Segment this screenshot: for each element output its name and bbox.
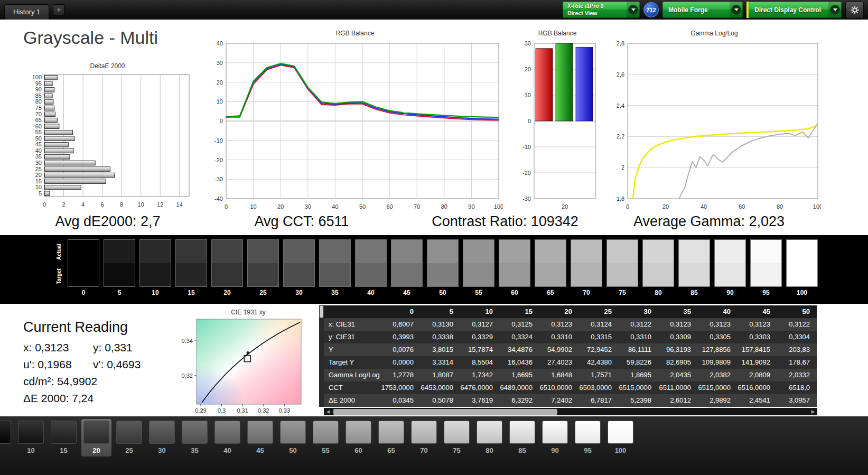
level-swatch	[247, 421, 273, 444]
reading-delta-e: ΔE 2000: 7,24	[23, 392, 94, 405]
swatch-level-label: 100	[786, 289, 818, 296]
pattern-level-button-90[interactable]: 90	[540, 419, 570, 457]
target-patch	[679, 263, 710, 286]
vertical-scroll-thumb[interactable]	[320, 306, 323, 318]
swatch-level-label: 15	[175, 289, 207, 296]
add-tab-button[interactable]: +	[53, 4, 64, 15]
pattern-level-button-65[interactable]: 65	[376, 419, 406, 457]
svg-text:10: 10	[217, 98, 223, 105]
target-patch	[140, 263, 171, 286]
source-dropdown[interactable]: Mobile Forge	[662, 2, 743, 18]
target-patch	[499, 263, 530, 286]
meter-dropdown[interactable]: X-Rite i1Pro 3 Direct View	[563, 2, 640, 18]
svg-text:12: 12	[157, 201, 163, 208]
table-cell: 6516,0000	[738, 381, 777, 394]
pattern-level-button-25[interactable]: 25	[114, 419, 144, 457]
source-dropdown-arrow[interactable]	[730, 2, 743, 18]
table-cell: 6511,0000	[658, 381, 698, 394]
level-swatch	[83, 421, 109, 444]
swatch-level-label: 40	[355, 289, 387, 296]
pattern-level-button-45[interactable]: 45	[245, 419, 275, 457]
level-swatch	[575, 421, 601, 444]
svg-text:1,8: 1,8	[617, 195, 624, 202]
pattern-level-button-55[interactable]: 55	[311, 419, 341, 457]
pattern-level-button-70[interactable]: 70	[409, 419, 439, 457]
pattern-level-button-100[interactable]: 100	[605, 419, 636, 457]
actual-patch	[104, 240, 135, 263]
cie-1931-chart: CIE 1931 xy 0,290,30,310,320,330,340,32	[174, 309, 322, 415]
row-label: y: CIE31	[324, 331, 381, 343]
pattern-level-button-40[interactable]: 40	[212, 419, 242, 457]
display-control-dropdown[interactable]: Direct Display Control	[746, 2, 842, 18]
pattern-level-button-20[interactable]: 20	[81, 419, 111, 457]
column-header: 15	[500, 305, 539, 318]
level-label: 50	[289, 446, 296, 454]
svg-text:45: 45	[35, 141, 42, 147]
svg-text:8: 8	[120, 201, 123, 208]
target-patch	[571, 263, 602, 286]
table-cell: 42,4380	[579, 356, 619, 369]
row-label: x: CIE31	[324, 318, 381, 331]
pattern-level-button-50[interactable]: 50	[278, 419, 308, 457]
table-cell: 15,7874	[460, 343, 500, 356]
swatch-level-label: 65	[535, 289, 566, 296]
target-patch	[68, 263, 99, 286]
table-cell: 0,3122	[777, 318, 817, 331]
pattern-level-button-5[interactable]: 5	[0, 419, 13, 457]
settings-button[interactable]	[845, 2, 864, 18]
svg-text:60: 60	[35, 123, 42, 129]
pattern-level-button-35[interactable]: 35	[180, 419, 210, 457]
grayscale-swatch-95: 95	[750, 239, 782, 296]
display-dropdown-arrow[interactable]	[828, 2, 842, 18]
table-cell: 6453,0000	[421, 381, 460, 394]
actual-row-label: Actual	[54, 240, 63, 264]
meter-dropdown-arrow[interactable]	[627, 2, 640, 18]
pattern-level-button-15[interactable]: 15	[49, 419, 79, 457]
table-cell: 0,3130	[421, 318, 460, 331]
table-cell: 0,3310	[539, 331, 579, 343]
actual-patch	[499, 240, 530, 263]
table-cell: 6518,0	[777, 381, 817, 394]
pattern-level-button-60[interactable]: 60	[343, 419, 374, 457]
table-cell: 3,7619	[460, 394, 500, 407]
svg-text:85: 85	[35, 92, 42, 99]
level-swatch	[411, 421, 437, 444]
row-label: Y	[324, 343, 381, 356]
grayscale-swatch-80: 80	[642, 239, 674, 296]
reading-xy-line: x: 0,3123 y: 0,331	[23, 341, 133, 354]
table-horizontal-scrollbar[interactable]: ◀ ▶	[324, 408, 817, 415]
svg-text:0,33: 0,33	[279, 407, 290, 414]
svg-text:100: 100	[494, 203, 503, 210]
calman-app: History 1 + X-Rite i1Pro 3 Direct View 7…	[0, 0, 868, 475]
reading-uv-line: u': 0,1968 v': 0,4693	[23, 358, 141, 371]
pattern-level-button-95[interactable]: 95	[573, 419, 603, 457]
swatch-level-label: 10	[139, 289, 171, 296]
table-cell: 0,6007	[381, 318, 421, 331]
table-vertical-scrollbar[interactable]	[319, 305, 324, 407]
pattern-level-button-80[interactable]: 80	[474, 419, 505, 457]
scroll-left-icon[interactable]: ◀	[324, 409, 332, 414]
meter-mode: Direct View	[567, 10, 622, 17]
table-cell: 3,8015	[421, 343, 460, 356]
scroll-thumb[interactable]	[333, 409, 557, 415]
pattern-level-button-85[interactable]: 85	[507, 419, 537, 457]
table-cell: 54,9902	[539, 343, 579, 356]
table-cell: 0,3305	[698, 331, 738, 343]
table-cell: 141,9092	[738, 356, 777, 369]
table-cell: 2,0435	[658, 369, 698, 381]
scroll-right-icon[interactable]: ▶	[809, 409, 817, 414]
actual-patch	[607, 240, 638, 263]
pattern-level-button-10[interactable]: 10	[16, 419, 46, 457]
swatch-level-label: 55	[463, 289, 494, 296]
scroll-track[interactable]	[332, 408, 809, 415]
pattern-level-button-30[interactable]: 30	[147, 419, 177, 457]
pattern-level-button-75[interactable]: 75	[442, 419, 472, 457]
history-tab[interactable]: History 1	[4, 4, 49, 20]
svg-text:25: 25	[35, 166, 42, 172]
svg-text:-20: -20	[214, 157, 223, 163]
swatch-level-label: 95	[750, 289, 782, 296]
level-label: 25	[125, 446, 133, 454]
svg-text:10: 10	[250, 203, 256, 210]
target-row-label: Target	[54, 265, 63, 288]
avg-de2000-stat: Avg dE2000: 2,7	[29, 213, 187, 230]
